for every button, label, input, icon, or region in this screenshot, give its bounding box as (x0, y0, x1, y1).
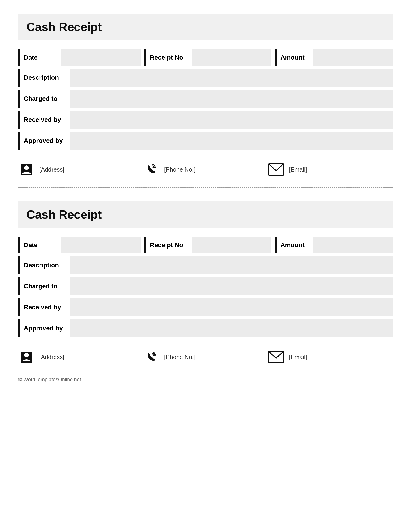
contact-card-icon-2 (20, 350, 33, 364)
email-text-1: [Email] (289, 166, 307, 173)
email-icon-1 (268, 161, 284, 178)
description-value-2[interactable] (70, 256, 393, 274)
form-rows-2: Date Receipt No Amount Description Charg… (18, 237, 393, 337)
approved-by-row-2: Approved by (18, 319, 393, 337)
approved-by-label-1: Approved by (18, 132, 68, 150)
svg-point-1 (24, 165, 29, 170)
phone-svg-icon-2 (145, 350, 158, 364)
description-value-1[interactable] (70, 68, 393, 87)
receipt-no-value-2[interactable] (192, 237, 271, 253)
amount-label-2: Amount (275, 237, 311, 253)
approved-by-value-1[interactable] (70, 132, 393, 150)
charged-to-label-1: Charged to (18, 90, 68, 108)
approved-by-value-2[interactable] (70, 319, 393, 337)
receipt-no-value-1[interactable] (192, 49, 271, 66)
approved-by-row-1: Approved by (18, 132, 393, 150)
amount-value-1[interactable] (313, 49, 393, 66)
received-by-label-1: Received by (18, 111, 68, 129)
charged-to-row-2: Charged to (18, 277, 393, 295)
charged-to-value-1[interactable] (70, 90, 393, 108)
email-svg-icon-1 (268, 163, 284, 176)
footer-copyright: © WordTemplatesOnline.net (18, 377, 393, 383)
address-item-2: [Address] (18, 349, 143, 365)
description-row-2: Description (18, 256, 393, 274)
description-label-2: Description (18, 256, 68, 274)
phone-svg-icon-1 (145, 163, 158, 176)
phone-item-1: [Phone No.] (143, 161, 268, 178)
address-text-2: [Address] (39, 354, 64, 361)
charged-to-value-2[interactable] (70, 277, 393, 295)
phone-icon-1 (143, 161, 160, 178)
phone-icon-2 (143, 349, 160, 365)
email-item-2: [Email] (268, 349, 393, 365)
contact-card-icon-1 (20, 163, 33, 176)
address-icon-1 (18, 161, 35, 178)
received-by-row-2: Received by (18, 298, 393, 316)
received-by-value-2[interactable] (70, 298, 393, 316)
phone-text-2: [Phone No.] (164, 354, 196, 361)
phone-item-2: [Phone No.] (143, 349, 268, 365)
top-row-2: Date Receipt No Amount (18, 237, 393, 253)
form-rows-1: Date Receipt No Amount Description Charg… (18, 49, 393, 150)
receipt-section-2: Cash Receipt Date Receipt No Amount Desc… (18, 201, 393, 365)
section-divider (18, 187, 393, 188)
date-label-2: Date (18, 237, 59, 253)
description-row-1: Description (18, 68, 393, 87)
description-label-1: Description (18, 68, 68, 87)
email-text-2: [Email] (289, 354, 307, 361)
date-value-1[interactable] (61, 49, 141, 66)
receipt-no-label-1: Receipt No (144, 49, 190, 66)
receipt-title-1: Cash Receipt (27, 20, 102, 34)
svg-point-4 (24, 353, 29, 358)
phone-text-1: [Phone No.] (164, 166, 196, 173)
date-value-2[interactable] (61, 237, 141, 253)
address-icon-2 (18, 349, 35, 365)
receipt-section-1: Cash Receipt Date Receipt No Amount Desc… (18, 14, 393, 178)
top-row-1: Date Receipt No Amount (18, 49, 393, 66)
receipt-title-bar-2: Cash Receipt (18, 201, 393, 228)
amount-value-2[interactable] (313, 237, 393, 253)
approved-by-label-2: Approved by (18, 319, 68, 337)
charged-to-label-2: Charged to (18, 277, 68, 295)
charged-to-row-1: Charged to (18, 90, 393, 108)
contact-bar-2: [Address] [Phone No.] [Email] (18, 349, 393, 365)
email-svg-icon-2 (268, 351, 284, 363)
contact-bar-1: [Address] [Phone No.] (18, 161, 393, 178)
receipt-title-bar-1: Cash Receipt (18, 14, 393, 40)
address-item-1: [Address] (18, 161, 143, 178)
amount-label-1: Amount (275, 49, 311, 66)
address-text-1: [Address] (39, 166, 64, 173)
receipt-no-label-2: Receipt No (144, 237, 190, 253)
receipt-title-2: Cash Receipt (27, 208, 102, 221)
email-item-1: [Email] (268, 161, 393, 178)
email-icon-2 (268, 349, 284, 365)
received-by-label-2: Received by (18, 298, 68, 316)
received-by-value-1[interactable] (70, 111, 393, 129)
date-label-1: Date (18, 49, 59, 66)
received-by-row-1: Received by (18, 111, 393, 129)
